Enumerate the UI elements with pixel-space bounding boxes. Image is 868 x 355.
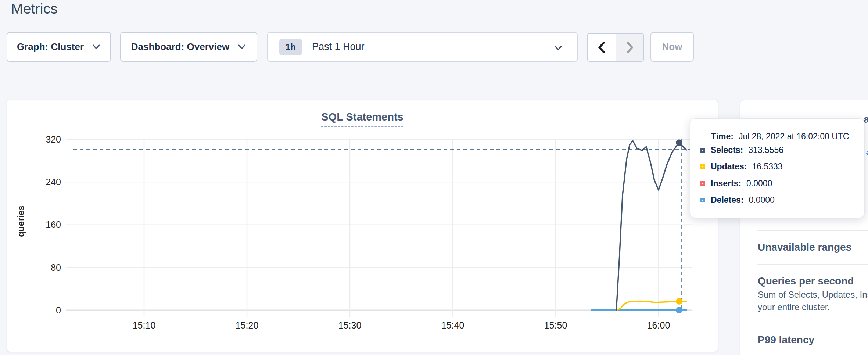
y-tick-label: 0 bbox=[56, 305, 61, 315]
sidebar-section-heading: Unavailable ranges bbox=[758, 241, 851, 253]
tooltip-series-row: Deletes:0.0000 bbox=[700, 195, 775, 205]
x-tick-label: 15:30 bbox=[338, 320, 362, 330]
previous-time-button[interactable] bbox=[588, 34, 616, 61]
x-tick-label: 15:20 bbox=[236, 320, 259, 330]
tooltip-series-label: Deletes: bbox=[711, 195, 743, 205]
tooltip-series-label: Inserts: bbox=[711, 179, 741, 189]
sidebar-divider bbox=[757, 323, 868, 323]
tooltip-series-label: Updates: bbox=[711, 162, 747, 172]
sidebar-section-description: Sum of Selects, Updates, Inserts & Delet… bbox=[758, 288, 868, 313]
x-tick-label: 15:10 bbox=[133, 320, 156, 330]
tooltip-series-row: Inserts:0.0000 bbox=[700, 179, 772, 189]
sql-statements-plot[interactable]: 08016024032015:1015:2015:3015:4015:5016:… bbox=[7, 100, 718, 352]
chevron-down-icon bbox=[553, 45, 563, 51]
x-tick-label: 16:00 bbox=[647, 320, 670, 330]
dashboard-dropdown-label: Dashboard: Overview bbox=[131, 41, 229, 53]
tooltip-series-label: Selects: bbox=[711, 145, 743, 155]
y-tick-label: 160 bbox=[46, 219, 61, 230]
tooltip-series-value: 16.5333 bbox=[752, 162, 782, 172]
tooltip-series-row: Selects:313.5556 bbox=[700, 145, 783, 155]
series-line-selects bbox=[616, 141, 686, 310]
chevron-left-icon bbox=[597, 41, 606, 54]
page-title: Metrics bbox=[11, 1, 58, 17]
series-swatch-icon bbox=[700, 198, 705, 202]
y-tick-label: 320 bbox=[46, 134, 61, 144]
time-range-selector[interactable]: 1h Past 1 Hour bbox=[267, 32, 578, 62]
now-button[interactable]: Now bbox=[650, 32, 694, 62]
tooltip-time-value: Jul 28, 2022 at 16:02:00 UTC bbox=[739, 132, 849, 141]
tooltip-series-value: 313.5556 bbox=[748, 145, 783, 155]
chevron-right-icon bbox=[625, 41, 635, 54]
tooltip-series-value: 0.0000 bbox=[749, 195, 774, 205]
graph-scope-dropdown-label: Graph: Cluster bbox=[17, 41, 84, 53]
tooltip-time-label: Time: bbox=[711, 132, 734, 141]
sidebar-divider bbox=[757, 264, 868, 265]
time-step-buttons bbox=[587, 33, 644, 62]
chart-hover-tooltip: Time: Jul 28, 2022 at 16:02:00 UTC Selec… bbox=[690, 118, 865, 218]
hover-dot-selects bbox=[676, 139, 682, 146]
tooltip-series-value: 0.0000 bbox=[746, 179, 772, 189]
x-tick-label: 15:50 bbox=[544, 320, 567, 330]
dashboard-dropdown[interactable]: Dashboard: Overview bbox=[120, 32, 257, 62]
series-swatch-icon bbox=[700, 148, 705, 153]
chevron-down-icon bbox=[92, 44, 101, 50]
tooltip-time-row: Time: Jul 28, 2022 at 16:02:00 UTC bbox=[711, 132, 849, 141]
tooltip-series-row: Updates:16.5333 bbox=[700, 162, 783, 172]
hover-dot-updates bbox=[676, 298, 682, 305]
chevron-down-icon bbox=[237, 44, 246, 50]
sidebar-divider bbox=[757, 230, 868, 231]
x-tick-label: 15:40 bbox=[441, 320, 465, 330]
metrics-page: { "page": { "title": "Metrics" }, "toolb… bbox=[0, 0, 868, 355]
graph-scope-dropdown[interactable]: Graph: Cluster bbox=[7, 32, 111, 62]
y-tick-label: 240 bbox=[46, 177, 61, 187]
series-swatch-icon bbox=[700, 181, 705, 186]
time-range-label: Past 1 Hour bbox=[312, 41, 365, 53]
sql-statements-chart-card: SQL Statements queries 08016024032015:10… bbox=[7, 100, 718, 352]
series-swatch-icon bbox=[700, 164, 705, 169]
sidebar-section-heading: P99 latency bbox=[758, 334, 814, 346]
time-range-badge: 1h bbox=[279, 39, 302, 55]
hover-dot-deletes bbox=[676, 307, 682, 313]
sidebar-section-heading: Queries per second bbox=[758, 275, 854, 287]
next-time-button-disabled[interactable] bbox=[616, 34, 643, 61]
series-line-updates bbox=[616, 301, 686, 310]
y-tick-label: 80 bbox=[51, 262, 61, 273]
